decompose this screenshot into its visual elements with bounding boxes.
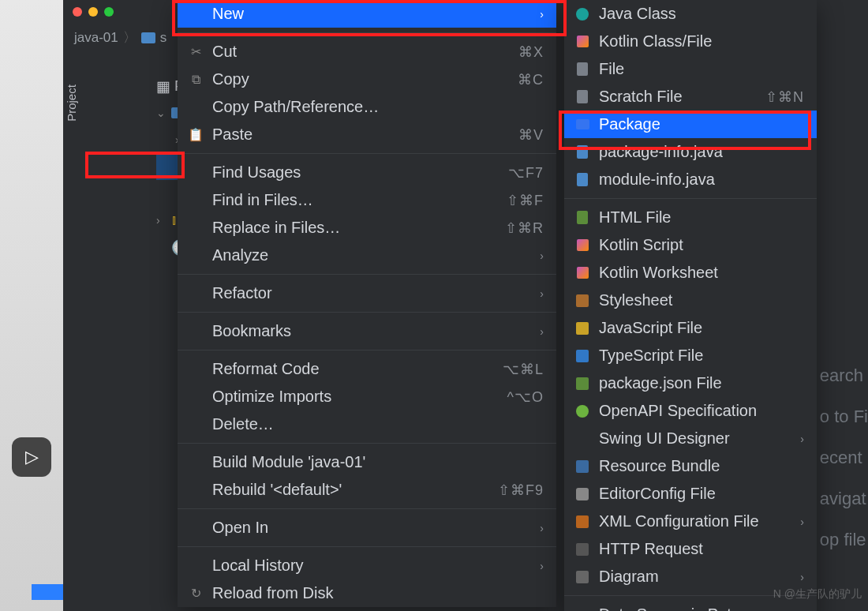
- package-icon: [576, 119, 589, 129]
- html-icon: [577, 211, 588, 224]
- ts-icon: [576, 350, 589, 362]
- submenu-editorconfig[interactable]: EditorConfig File: [564, 480, 817, 508]
- scratch-file-icon: [577, 90, 588, 103]
- chevron-right-icon: ›: [800, 433, 804, 445]
- submenu-package-json[interactable]: package.json File: [564, 369, 817, 397]
- kotlin-icon: [577, 239, 589, 251]
- copy-icon: ⧉: [187, 73, 204, 87]
- resource-icon: [576, 460, 589, 473]
- cut-icon: ✂: [187, 44, 204, 59]
- paste-icon: 📋: [187, 127, 204, 142]
- submenu-stylesheet[interactable]: Stylesheet: [564, 287, 817, 314]
- watermark: N @生产队的驴儿: [773, 587, 862, 602]
- breadcrumb-child[interactable]: s: [160, 30, 167, 46]
- dock-app-icon[interactable]: ▷: [12, 437, 51, 477]
- kotlin-icon: [577, 267, 589, 279]
- menu-item-new[interactable]: New ›: [178, 0, 556, 28]
- submenu-diagram[interactable]: Diagram ›: [564, 563, 817, 590]
- menu-separator: [178, 153, 556, 154]
- menu-separator: [178, 546, 556, 547]
- gear-icon: [576, 488, 589, 500]
- submenu-http-request[interactable]: HTTP Request: [564, 535, 817, 563]
- menu-separator: [178, 312, 556, 313]
- taskbar-item[interactable]: [32, 584, 63, 600]
- menu-item-reformat[interactable]: Reformat Code ⌥⌘L: [178, 355, 556, 383]
- menu-separator: [564, 198, 817, 199]
- menu-item-optimize-imports[interactable]: Optimize Imports ^⌥O: [178, 383, 556, 410]
- chevron-right-icon: ›: [800, 571, 804, 583]
- menu-separator: [178, 508, 556, 509]
- submenu-html-file[interactable]: HTML File: [564, 204, 817, 231]
- openapi-icon: [576, 405, 589, 418]
- context-menu: New › ✂ Cut ⌘X ⧉ Copy ⌘C Copy Path/Refer…: [178, 0, 556, 607]
- minimize-window-button[interactable]: [88, 7, 98, 17]
- new-submenu: Java Class Kotlin Class/File File Scratc…: [564, 0, 817, 611]
- menu-item-open-in[interactable]: Open In ›: [178, 514, 556, 542]
- submenu-scratch-file[interactable]: Scratch File ⇧⌘N: [564, 83, 817, 111]
- submenu-resource-bundle[interactable]: Resource Bundle: [564, 452, 817, 480]
- submenu-kotlin-script[interactable]: Kotlin Script: [564, 231, 817, 259]
- chevron-right-icon: ›: [540, 249, 544, 262]
- submenu-kotlin-worksheet[interactable]: Kotlin Worksheet: [564, 259, 817, 287]
- folder-icon: [141, 32, 155, 43]
- js-icon: [576, 322, 589, 335]
- submenu-openapi[interactable]: OpenAPI Specification: [564, 397, 817, 425]
- chevron-right-icon: ›: [540, 325, 544, 338]
- json-icon: [576, 377, 589, 390]
- java-class-icon: [576, 8, 589, 21]
- menu-separator: [178, 274, 556, 275]
- breadcrumb-separator: 〉: [123, 28, 137, 47]
- breadcrumb-root[interactable]: java-01: [74, 30, 118, 46]
- menu-item-find-usages[interactable]: Find Usages ⌥F7: [178, 159, 556, 186]
- chevron-right-icon: ›: [540, 522, 544, 534]
- menu-item-find-in-files[interactable]: Find in Files… ⇧⌘F: [178, 186, 556, 214]
- submenu-package-info[interactable]: package-info.java: [564, 138, 817, 166]
- menu-item-replace-in-files[interactable]: Replace in Files… ⇧⌘R: [178, 214, 556, 242]
- menu-separator: [178, 350, 556, 350]
- menu-item-delete[interactable]: Delete…: [178, 410, 556, 438]
- menu-item-copy-path[interactable]: Copy Path/Reference…: [178, 93, 556, 121]
- xml-icon: [576, 515, 589, 528]
- menu-separator: [178, 32, 556, 33]
- submenu-javascript-file[interactable]: JavaScript File: [564, 314, 817, 342]
- submenu-module-info[interactable]: module-info.java: [564, 166, 817, 193]
- welcome-hints: earch o to Fi ecent avigat op file: [820, 355, 868, 560]
- desktop-background: [0, 0, 63, 611]
- submenu-data-source[interactable]: Data Source in Pat: [564, 601, 817, 611]
- submenu-file[interactable]: File: [564, 55, 817, 83]
- chevron-right-icon: ›: [800, 515, 804, 528]
- menu-item-copy[interactable]: ⧉ Copy ⌘C: [178, 66, 556, 93]
- java-file-icon: [577, 145, 588, 159]
- submenu-xml-config[interactable]: XML Configuration File ›: [564, 508, 817, 535]
- chevron-right-icon: ›: [540, 287, 544, 300]
- submenu-typescript-file[interactable]: TypeScript File: [564, 342, 817, 369]
- close-window-button[interactable]: [73, 7, 82, 17]
- menu-separator: [178, 443, 556, 444]
- menu-item-refactor[interactable]: Refactor ›: [178, 279, 556, 307]
- menu-item-paste[interactable]: 📋 Paste ⌘V: [178, 121, 556, 148]
- submenu-swing[interactable]: Swing UI Designer ›: [564, 425, 817, 452]
- menu-item-reload[interactable]: ↻ Reload from Disk: [178, 579, 556, 607]
- diagram-icon: [576, 571, 589, 583]
- chevron-right-icon: ›: [540, 8, 544, 21]
- menu-item-local-history[interactable]: Local History ›: [178, 552, 556, 579]
- menu-item-bookmarks[interactable]: Bookmarks ›: [178, 317, 556, 345]
- menu-item-cut[interactable]: ✂ Cut ⌘X: [178, 38, 556, 66]
- java-file-icon: [577, 173, 588, 186]
- kotlin-icon: [577, 36, 589, 47]
- menu-item-rebuild[interactable]: Rebuild '<default>' ⇧⌘F9: [178, 476, 556, 504]
- css-icon: [576, 294, 589, 307]
- submenu-java-class[interactable]: Java Class: [564, 0, 817, 28]
- reload-icon: ↻: [187, 586, 204, 601]
- submenu-kotlin-class[interactable]: Kotlin Class/File: [564, 28, 817, 55]
- http-icon: [576, 543, 589, 556]
- file-icon: [577, 62, 588, 76]
- project-tool-window-tab[interactable]: Project: [63, 55, 79, 150]
- menu-item-analyze[interactable]: Analyze ›: [178, 242, 556, 269]
- maximize-window-button[interactable]: [104, 7, 114, 17]
- menu-item-build-module[interactable]: Build Module 'java-01': [178, 448, 556, 476]
- submenu-package[interactable]: Package: [564, 111, 817, 138]
- chevron-right-icon: ›: [540, 560, 544, 572]
